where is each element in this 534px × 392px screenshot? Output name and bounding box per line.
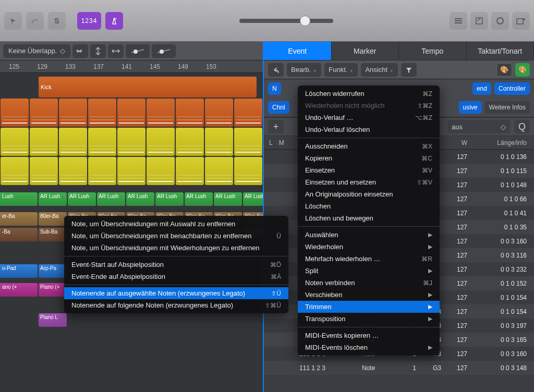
menu-item[interactable]: MIDI-Events kopieren …	[298, 329, 440, 341]
clip[interactable]: AR Lush	[39, 192, 67, 206]
clip[interactable]: Piano (+	[39, 283, 67, 297]
tab-tempo[interactable]: Tempo	[399, 42, 467, 60]
clip[interactable]: AR Lush	[68, 192, 96, 206]
track-header[interactable]: ano (+	[0, 283, 38, 297]
pianoL-row[interactable]: Piano L	[0, 313, 263, 327]
palette-active-icon[interactable]: 🎨	[515, 63, 530, 77]
submenu-item[interactable]: Notenende auf folgende Noten (erzwungene…	[64, 299, 288, 311]
bearb-dropdown[interactable]: Bearb. ⌄	[287, 63, 321, 77]
filter-chnl[interactable]: Chnl	[268, 101, 289, 114]
menu-item[interactable]: Verschieben▶	[298, 289, 440, 301]
tab-marker[interactable]: Marker	[332, 42, 399, 60]
drum-lane-2[interactable]	[0, 127, 263, 156]
clip[interactable]: AR Lush	[155, 192, 184, 206]
menu-item[interactable]: Löschen widerrufen⌘Z	[298, 88, 440, 100]
list-view-icon[interactable]	[450, 12, 467, 30]
quantize-button[interactable]: Q	[514, 120, 530, 133]
stretch-vert-icon[interactable]	[90, 44, 106, 58]
solo-button[interactable]: S	[48, 12, 66, 30]
tool-fork[interactable]	[26, 12, 44, 30]
filter-controller[interactable]: Controller	[494, 82, 530, 95]
menu-item[interactable]: Mehrfach wiederholen …⌘R	[298, 253, 440, 265]
menu-item[interactable]: An Originalposition einsetzen	[298, 188, 440, 200]
tab-signature[interactable]: Taktart/Tonart	[467, 42, 535, 60]
track-header[interactable]: -Ba	[0, 228, 38, 241]
svg-rect-3	[517, 19, 523, 24]
track-header[interactable]: o-Pad	[0, 264, 38, 278]
drum-lane-1[interactable]	[0, 98, 263, 127]
waveform-icon[interactable]	[72, 44, 88, 58]
zoom-slider[interactable]	[239, 19, 333, 23]
menu-item[interactable]: Auswählen▶	[298, 229, 440, 241]
menu-item[interactable]: Trimmen▶	[298, 301, 440, 313]
submenu-item[interactable]: Event-Ende auf Abspielposition⌘Ä	[64, 271, 288, 283]
submenu-item[interactable]: Notenende auf ausgewählte Noten (erzwung…	[64, 287, 288, 299]
timeline-mark: 153	[197, 63, 225, 70]
svg-point-5	[134, 50, 138, 54]
menu-item[interactable]: Split▶	[298, 265, 440, 277]
timeline-mark: 133	[56, 63, 84, 70]
kick-region[interactable]: Kick	[39, 77, 257, 97]
menu-item[interactable]: Wiederholen▶	[298, 241, 440, 253]
submenu-item[interactable]: Event-Start auf Abspielposition⌘Ö	[64, 259, 288, 271]
tab-event[interactable]: Event	[264, 42, 332, 60]
menu-item[interactable]: MIDI-Events löschen▶	[298, 341, 440, 353]
loop-icon[interactable]	[491, 12, 509, 30]
zoom-vert-slider[interactable]	[126, 44, 150, 58]
stretch-horiz-icon[interactable]	[108, 44, 124, 58]
clip[interactable]: AR Lush	[126, 192, 154, 206]
note-edit-icon[interactable]	[470, 12, 488, 30]
filter-icon[interactable]	[401, 63, 417, 77]
filter-more-info[interactable]: Weitere Infos	[485, 101, 530, 114]
clip[interactable]: Sub-Ba	[39, 228, 67, 241]
clip[interactable]: Arp-Pa	[39, 264, 67, 278]
event-toolbar: Bearb. ⌄ Funkt. ⌄ Ansicht ⌄ 🎨 🎨	[264, 60, 534, 79]
filter-exclusive[interactable]: usive	[459, 101, 482, 114]
menu-item[interactable]: Undo-Verlauf löschen	[298, 124, 440, 136]
beat-display[interactable]: 1234	[77, 12, 101, 30]
palette-icon[interactable]: 🎨	[496, 63, 512, 77]
clip[interactable]: 80er-Ba	[39, 212, 67, 226]
menu-item[interactable]: Löschen und bewegen	[298, 212, 440, 224]
submenu-item[interactable]: Note, um Überschneidungen mit Auswahl zu…	[64, 218, 288, 230]
tool-pointer[interactable]	[4, 12, 22, 30]
add-button[interactable]: +	[268, 120, 284, 133]
clip[interactable]: Piano L	[39, 313, 67, 327]
filter-notes[interactable]: N	[268, 82, 281, 95]
menu-item[interactable]: Noten verbinden⌘J	[298, 277, 440, 289]
filter-end[interactable]: end	[472, 82, 491, 95]
submenu-item[interactable]: Note, um Überschneidungen mit benachbart…	[64, 230, 288, 242]
track-header[interactable]: Lush	[0, 192, 38, 206]
clip[interactable]: AR Lush	[243, 192, 263, 206]
menu-item[interactable]: Ausschneiden⌘X	[298, 140, 440, 152]
ansicht-dropdown[interactable]: Ansicht ⌄	[361, 63, 398, 77]
clip[interactable]: AR Lush	[214, 192, 242, 206]
lush-row[interactable]: Lush AR Lush AR Lush AR Lush AR Lush AR …	[0, 192, 263, 206]
back-arrow-icon[interactable]	[268, 63, 284, 77]
col-m: M	[279, 139, 284, 146]
track-header[interactable]: er-Ba	[0, 212, 38, 226]
menu-item[interactable]: Löschen	[298, 200, 440, 212]
event-tabs: Event Marker Tempo Taktart/Tonart	[264, 42, 534, 60]
menu-item[interactable]: Transposition▶	[298, 313, 440, 325]
menu-item[interactable]: Kopieren⌘C	[298, 152, 440, 164]
overlap-dropdown[interactable]: Keine Überlapp.◇	[3, 44, 70, 58]
edit-context-menu[interactable]: Löschen widerrufen⌘ZWiederholen nicht mö…	[298, 85, 440, 356]
menu-item[interactable]: Einsetzen und ersetzen⇧⌘V	[298, 176, 440, 188]
table-row[interactable]: 111 1 2 3Note1G31270 0 3 148	[264, 361, 534, 375]
timeline-ruler[interactable]: 125 129 133 137 141 145 149 153	[0, 60, 263, 73]
drum-lane-3[interactable]	[0, 156, 263, 186]
media-icon[interactable]	[512, 12, 530, 30]
funkt-dropdown[interactable]: Funkt. ⌄	[324, 63, 358, 77]
menu-item[interactable]: Undo-Verlauf …⌥⌘Z	[298, 112, 440, 124]
menu-item: Wiederholen nicht möglich⇧⌘Z	[298, 100, 440, 112]
aus-dropdown[interactable]: aus◇	[447, 120, 510, 133]
trim-submenu[interactable]: Note, um Überschneidungen mit Auswahl zu…	[64, 216, 288, 313]
submenu-item[interactable]: Note, um Überschneidungen mit Wiederholu…	[64, 242, 288, 254]
clip[interactable]: AR Lush	[97, 192, 125, 206]
metronome-button[interactable]	[105, 12, 123, 30]
clip[interactable]: AR Lush	[185, 192, 213, 206]
menu-item[interactable]: Einsetzen⌘V	[298, 164, 440, 176]
timeline-mark: 137	[84, 63, 113, 70]
zoom-horiz-slider[interactable]	[152, 44, 176, 58]
